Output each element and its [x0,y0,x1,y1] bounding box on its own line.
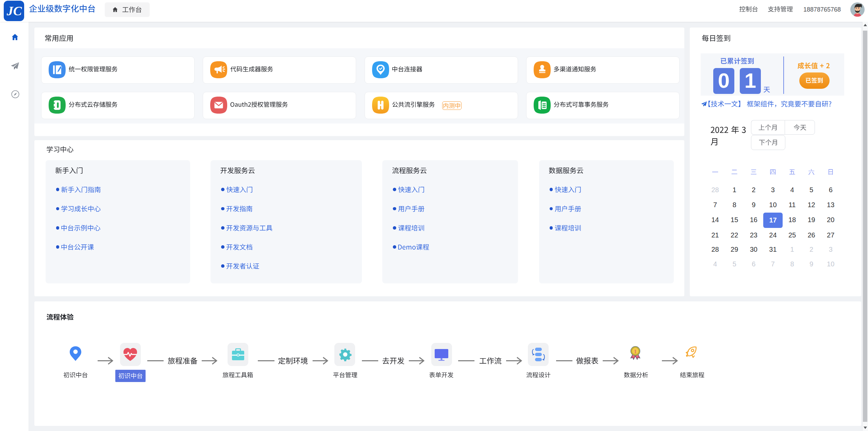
svg-text:JC: JC [6,4,22,18]
svg-text:1: 1 [634,348,637,355]
